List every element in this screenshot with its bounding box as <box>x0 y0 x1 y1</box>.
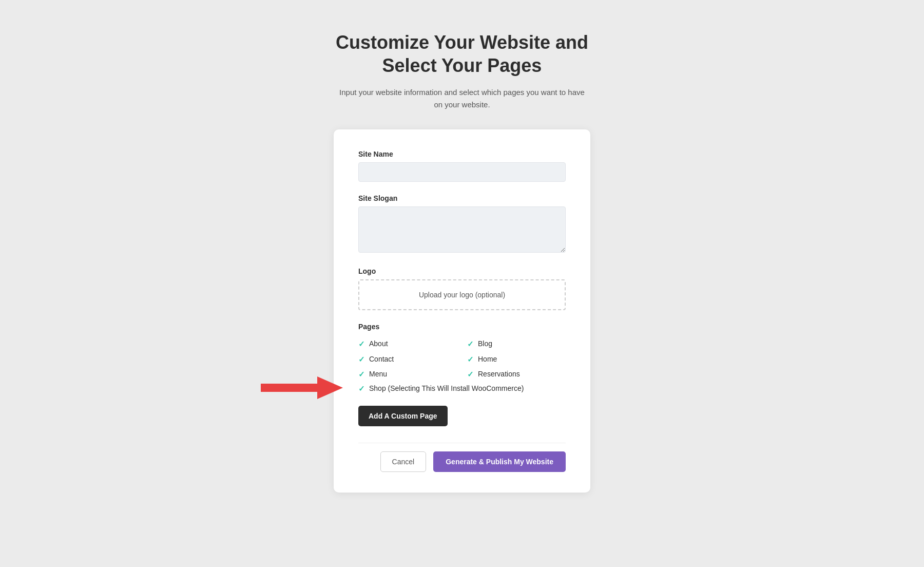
page-title: Customize Your Website and Select Your P… <box>336 31 588 77</box>
page-item-reservations[interactable]: ✓ Reservations <box>467 369 566 380</box>
page-item-about[interactable]: ✓ About <box>358 339 457 349</box>
check-about: ✓ <box>358 339 365 349</box>
pages-grid: ✓ About ✓ Blog ✓ Contact ✓ Home ✓ Menu <box>358 339 566 380</box>
page-label-shop: Shop (Selecting This Will Install WooCom… <box>369 384 524 394</box>
svg-marker-0 <box>261 376 343 399</box>
page-item-blog[interactable]: ✓ Blog <box>467 339 566 349</box>
page-label-menu: Menu <box>369 369 387 380</box>
logo-upload-button[interactable]: Upload your logo (optional) <box>358 279 566 310</box>
pages-label: Pages <box>358 323 566 331</box>
generate-publish-button[interactable]: Generate & Publish My Website <box>433 451 566 472</box>
check-reservations: ✓ <box>467 370 474 379</box>
page-item-shop[interactable]: ✓ Shop (Selecting This Will Install WooC… <box>358 384 566 394</box>
site-name-field: Site Name <box>358 150 566 182</box>
add-custom-page-button[interactable]: Add A Custom Page <box>358 406 448 426</box>
page-subtitle: Input your website information and selec… <box>339 86 585 111</box>
site-name-input[interactable] <box>358 162 566 182</box>
site-slogan-input[interactable] <box>358 206 566 253</box>
page-label-contact: Contact <box>369 354 394 365</box>
red-arrow <box>261 376 343 401</box>
check-shop: ✓ <box>358 384 365 393</box>
site-name-label: Site Name <box>358 150 566 158</box>
cancel-button[interactable]: Cancel <box>380 451 427 472</box>
site-slogan-label: Site Slogan <box>358 194 566 202</box>
page-item-menu[interactable]: ✓ Menu <box>358 369 457 380</box>
page-item-contact[interactable]: ✓ Contact <box>358 354 457 365</box>
check-menu: ✓ <box>358 370 365 379</box>
logo-field: Logo Upload your logo (optional) <box>358 267 566 310</box>
page-label-home: Home <box>478 354 497 365</box>
page-label-blog: Blog <box>478 339 492 349</box>
check-blog: ✓ <box>467 339 474 349</box>
page-label-about: About <box>369 339 388 349</box>
page-item-home[interactable]: ✓ Home <box>467 354 566 365</box>
form-card: Site Name Site Slogan Logo Upload your l… <box>334 129 590 493</box>
check-contact: ✓ <box>358 355 365 364</box>
check-home: ✓ <box>467 355 474 364</box>
actions-row: Cancel Generate & Publish My Website <box>358 443 566 472</box>
logo-label: Logo <box>358 267 566 275</box>
pages-section: Pages ✓ About ✓ Blog ✓ Contact ✓ Home <box>358 323 566 393</box>
site-slogan-field: Site Slogan <box>358 194 566 255</box>
page-label-reservations: Reservations <box>478 369 520 380</box>
